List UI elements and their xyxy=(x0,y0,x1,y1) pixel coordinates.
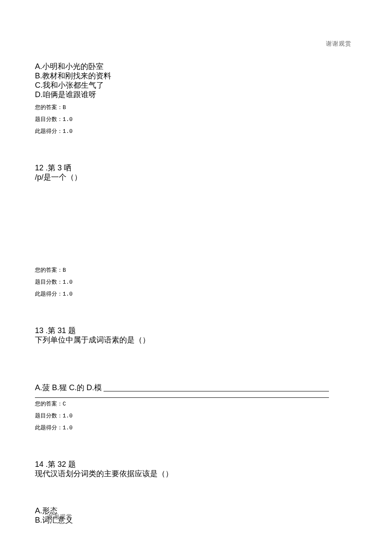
answer-value: B xyxy=(63,267,66,273)
q13-options-inline: A.菠 B.猩 C.的 D.模 xyxy=(35,383,102,392)
got-value: 1.0 xyxy=(63,291,72,297)
got-value: 1.0 xyxy=(63,128,72,135)
q12-got: 此题得分：1.0 xyxy=(35,290,329,298)
score-value: 1.0 xyxy=(63,116,72,123)
q12-text: /p/是一个（） xyxy=(35,173,329,182)
header-watermark: 谢谢观赏 xyxy=(326,40,352,48)
divider-line xyxy=(35,397,329,398)
q11-option-b: B.教材和刚找来的资料 xyxy=(35,71,329,81)
got-value: 1.0 xyxy=(63,425,72,431)
score-label: 题目分数： xyxy=(35,279,63,285)
got-label: 此题得分： xyxy=(35,128,63,134)
q11-score: 题目分数：1.0 xyxy=(35,116,329,123)
q11-option-a: A.小明和小光的卧室 xyxy=(35,62,329,71)
q13-got: 此题得分：1.0 xyxy=(35,424,329,431)
got-label: 此题得分： xyxy=(35,290,63,297)
score-value: 1.0 xyxy=(63,413,72,419)
got-label: 此题得分： xyxy=(35,424,63,431)
q14-text: 现代汉语划分词类的主要依据应该是（） xyxy=(35,469,329,478)
q14-option-a: A.形态 xyxy=(35,506,329,515)
page-content: A.小明和小光的卧室 B.教材和刚找来的资料 C.我和小张都生气了 D.咱俩是谁… xyxy=(35,62,329,525)
score-label: 题目分数： xyxy=(35,412,63,419)
q12-header: 12 .第 3 哂 xyxy=(35,163,329,173)
q13-score: 题目分数：1.0 xyxy=(35,412,329,420)
answer-label: 您的答案： xyxy=(35,400,63,407)
q11-got: 此题得分：1.0 xyxy=(35,128,329,135)
answer-label: 您的答案： xyxy=(35,104,63,110)
q11-option-d: D.咱俩是谁跟谁呀 xyxy=(35,90,329,99)
q11-answer: 您的答案：B xyxy=(35,104,329,111)
q14-header: 14 .第 32 题 xyxy=(35,460,329,469)
q13-text: 下列单位中属于成词语素的是（） xyxy=(35,335,329,345)
underline-fill xyxy=(104,391,329,391)
q13-answer: 您的答案：C xyxy=(35,400,329,408)
answer-label: 您的答案： xyxy=(35,267,63,273)
q12-answer: 您的答案：B xyxy=(35,267,329,274)
q13-header: 13 .第 31 题 xyxy=(35,326,329,335)
answer-value: C xyxy=(63,401,66,407)
score-value: 1.0 xyxy=(63,279,72,285)
answer-value: B xyxy=(63,104,66,111)
q12-score: 题目分数：1.0 xyxy=(35,279,329,286)
q14-option-b: B.词汇意义 xyxy=(35,515,329,525)
q13-options-row: A.菠 B.猩 C.的 D.模 xyxy=(35,383,329,392)
score-label: 题目分数： xyxy=(35,116,63,122)
q11-option-c: C.我和小张都生气了 xyxy=(35,81,329,90)
